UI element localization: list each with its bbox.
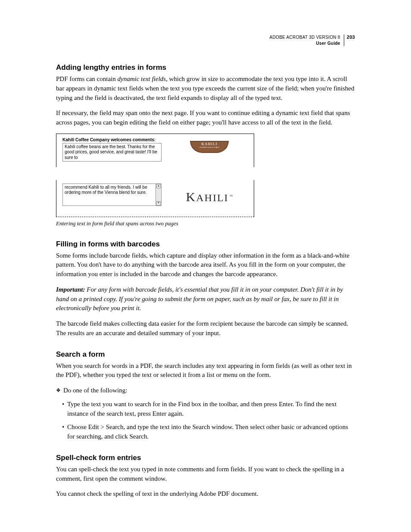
- important-label: Important:: [56, 286, 85, 293]
- heading-barcodes: Filling in forms with barcodes: [56, 240, 355, 249]
- scroll-track: [156, 188, 161, 201]
- paragraph: You can spell-check the text you typed i…: [56, 465, 355, 484]
- important-note: Important: For any form with barcode fie…: [56, 285, 355, 313]
- figure-panel-top: Kahili Coffee Company welcomes comments:…: [56, 134, 254, 167]
- text: PDF forms can contain: [56, 75, 117, 82]
- logo-initial: K: [186, 190, 196, 204]
- figure-span-pages: Kahili Coffee Company welcomes comments:…: [56, 134, 254, 217]
- lead-in: Do one of the following:: [56, 386, 355, 395]
- page: ADOBE ACROBAT 3D VERSION 8 User Guide 20…: [0, 0, 411, 532]
- paragraph: You cannot check the spelling of text in…: [56, 489, 355, 499]
- heading-search: Search a form: [56, 350, 355, 359]
- logo-text: KAHILI: [202, 142, 218, 146]
- doc-subtitle: User Guide: [270, 40, 340, 47]
- paragraph: If necessary, the field may span onto th…: [56, 109, 355, 128]
- form-block-bottom: recommend Kahili to all my friends. I wi…: [62, 184, 162, 211]
- bullet-list: Type the text you want to search for in …: [56, 400, 355, 442]
- running-header-text: ADOBE ACROBAT 3D VERSION 8 User Guide: [270, 34, 344, 46]
- list-item: Choose Edit > Search, and type the text …: [62, 423, 355, 442]
- form-block-top: Kahili Coffee Company welcomes comments:…: [62, 137, 162, 161]
- doc-title: ADOBE ACROBAT 3D VERSION 8: [270, 34, 340, 40]
- paragraph: Some forms include barcode fields, which…: [56, 251, 355, 279]
- heading-lengthy-entries: Adding lengthy entries in forms: [56, 63, 355, 72]
- lead-text: Do one of the following:: [63, 387, 127, 394]
- paragraph: PDF forms can contain dynamic text field…: [56, 75, 355, 103]
- logo-rest: AHILI: [196, 192, 228, 203]
- scroll-down-icon: ▼: [156, 201, 161, 205]
- scrollbar: ▲ ▼: [156, 184, 161, 205]
- text-field-top: Kahili coffee beans are the best. Thanks…: [62, 143, 162, 162]
- text-field-value: recommend Kahili to all my friends. I wi…: [65, 185, 147, 195]
- figure-panel-bottom: recommend Kahili to all my friends. I wi…: [56, 180, 254, 217]
- figure-gap: [56, 167, 254, 180]
- paragraph: When you search for words in a PDF, the …: [56, 361, 355, 380]
- kahili-crest-logo: KAHILI mountain grown coffee: [190, 141, 229, 153]
- kahili-wordmark-logo: KAHILI™: [186, 190, 233, 204]
- heading-spellcheck: Spell-check form entries: [56, 454, 355, 462]
- logo-subtext: mountain grown coffee: [199, 146, 219, 148]
- page-number: 203: [344, 34, 355, 40]
- text-field-bottom: recommend Kahili to all my friends. I wi…: [62, 184, 162, 206]
- scroll-up-icon: ▲: [156, 184, 161, 188]
- em-text: dynamic text fields,: [117, 75, 167, 82]
- text-field-value: Kahili coffee beans are the best. Thanks…: [65, 144, 157, 160]
- paragraph: The barcode field makes collecting data …: [56, 319, 355, 338]
- trademark-symbol: ™: [230, 194, 233, 198]
- form-label: Kahili Coffee Company welcomes comments:: [62, 137, 162, 142]
- list-item: Type the text you want to search for in …: [62, 400, 355, 419]
- running-header: ADOBE ACROBAT 3D VERSION 8 User Guide 20…: [56, 34, 355, 46]
- logo-wrap-bottom: KAHILI™: [171, 184, 248, 211]
- important-text: For any form with barcode fields, it's e…: [56, 286, 343, 312]
- figure-caption: Entering text in form field that spans a…: [56, 220, 355, 228]
- logo-wrap-top: KAHILI mountain grown coffee: [171, 137, 248, 161]
